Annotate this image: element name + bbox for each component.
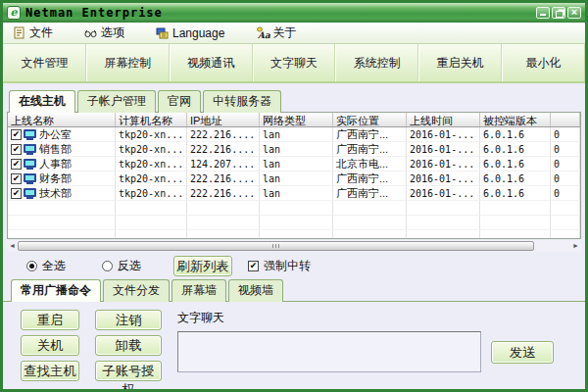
- shutdown-button[interactable]: 关机: [21, 335, 79, 356]
- main-toolbar: 文件管理 屏幕控制 视频通讯 文字聊天 系统控制 重启关机 最小化: [3, 44, 585, 83]
- command-buttons: 重启 注销 关机 卸载 查找主机 子账号授权: [21, 310, 162, 389]
- network-type: lan: [260, 142, 333, 157]
- scrollbar-thumb[interactable]: [18, 241, 534, 251]
- about-aa-icon: Aa: [256, 26, 269, 39]
- network-type: lan: [260, 172, 333, 186]
- row-checkbox[interactable]: ✔: [11, 188, 22, 199]
- online-time: 2016-01-...: [407, 127, 480, 142]
- table-header: 上线名称 计算机名称 IP地址 网络类型 实际位置 上线时间 被控端版本: [8, 113, 580, 127]
- text-chat-section: 文字聊天 发送: [177, 310, 554, 389]
- col-network-type[interactable]: 网络类型: [260, 113, 333, 126]
- menu-options[interactable]: 选项: [84, 24, 124, 41]
- uninstall-button[interactable]: 卸载: [95, 335, 162, 356]
- logoff-button[interactable]: 注销: [95, 310, 162, 330]
- network-type: lan: [260, 186, 333, 201]
- toolbar-minimize[interactable]: 最小化: [502, 44, 585, 81]
- computer-name: tkp20-xn...: [116, 186, 187, 201]
- table-row[interactable]: ✔销售部 tkp20-xn... 222.216.... lan 广西南宁...…: [8, 142, 580, 157]
- select-all-radio[interactable]: [26, 261, 37, 271]
- content-area: 在线主机 子帐户管理 官网 中转服务器 上线名称 计算机名称 IP地址 网络类型…: [3, 83, 585, 389]
- col-online-name[interactable]: 上线名称: [8, 113, 116, 126]
- host-name: 人事部: [39, 157, 72, 172]
- refresh-list-button[interactable]: 刷新列表: [173, 256, 232, 276]
- row-checkbox[interactable]: ✔: [11, 159, 22, 170]
- toolbar-screen-control[interactable]: 屏幕控制: [86, 44, 170, 81]
- file-note-icon: [13, 26, 25, 39]
- online-time: 2016-01-...: [407, 186, 480, 201]
- window-controls: [536, 7, 581, 19]
- row-checkbox[interactable]: ✔: [11, 129, 22, 140]
- svg-text:Aa: Aa: [257, 30, 270, 39]
- minimize-button[interactable]: [536, 7, 550, 19]
- row-checkbox[interactable]: ✔: [11, 144, 22, 155]
- computer-name: tkp20-xn...: [116, 142, 187, 157]
- row-checkbox[interactable]: ✔: [11, 173, 22, 184]
- host-name: 办公室: [39, 127, 72, 142]
- force-relay-checkbox[interactable]: ✔: [248, 261, 259, 271]
- menu-language-label: Language: [172, 26, 224, 40]
- menubar: 文件 选项 Language Aa 关于: [3, 23, 585, 44]
- network-type: lan: [260, 157, 333, 172]
- menu-about[interactable]: Aa 关于: [256, 24, 296, 41]
- scroll-right-icon[interactable]: ►: [570, 240, 581, 252]
- send-button[interactable]: 发送: [491, 341, 554, 364]
- ip-address: 222.216....: [187, 142, 260, 157]
- tab-online-hosts[interactable]: 在线主机: [9, 90, 75, 113]
- tab-official-site[interactable]: 官网: [158, 90, 201, 113]
- menu-language[interactable]: Language: [156, 26, 224, 40]
- col-online-time[interactable]: 上线时间: [407, 113, 480, 126]
- computer-icon: [24, 173, 36, 182]
- online-time: 2016-01-...: [407, 157, 480, 172]
- toolbar-text-chat[interactable]: 文字聊天: [253, 44, 336, 81]
- client-version: 6.0.1.6: [480, 172, 551, 186]
- table-row[interactable]: ✔财务部 tkp20-xn... 222.216.... lan 广西南宁...…: [8, 172, 580, 186]
- tab-subaccount-management[interactable]: 子帐户管理: [77, 90, 156, 113]
- computer-icon: [24, 188, 36, 197]
- chat-input[interactable]: [177, 331, 481, 372]
- toolbar-system-control[interactable]: 系统控制: [335, 44, 418, 81]
- toolbar-video-comm[interactable]: 视频通讯: [170, 44, 253, 81]
- subaccount-auth-button[interactable]: 子账号授权: [95, 361, 162, 381]
- empty-table-row: [8, 230, 580, 239]
- tab-video-wall[interactable]: 视频墙: [228, 279, 283, 302]
- computer-name: tkp20-xn...: [116, 157, 187, 172]
- host-name: 销售部: [39, 142, 72, 157]
- computer-name: tkp20-xn...: [116, 127, 187, 142]
- table-row[interactable]: ✔人事部 tkp20-xn... 124.207.... lan 北京市电...…: [8, 157, 580, 172]
- tab-screen-wall[interactable]: 屏幕墙: [172, 279, 226, 302]
- extra-value: 0: [551, 127, 580, 142]
- tab-broadcast-commands[interactable]: 常用广播命令: [11, 279, 101, 302]
- col-client-version[interactable]: 被控端版本: [480, 113, 551, 126]
- menu-file[interactable]: 文件: [13, 24, 53, 41]
- invert-selection-label: 反选: [118, 258, 141, 274]
- online-time: 2016-01-...: [407, 172, 480, 186]
- toolbar-file-management[interactable]: 文件管理: [3, 44, 86, 81]
- col-computer-name[interactable]: 计算机名称: [116, 113, 187, 126]
- tab-relay-server[interactable]: 中转服务器: [203, 90, 281, 113]
- invert-selection-radio[interactable]: [102, 261, 113, 271]
- empty-table-row: [8, 216, 580, 230]
- computer-icon: [24, 159, 36, 168]
- horizontal-scrollbar[interactable]: ◄ ►: [7, 240, 581, 252]
- extra-value: 0: [551, 172, 580, 186]
- scroll-left-icon[interactable]: ◄: [7, 240, 18, 252]
- table-row[interactable]: ✔办公室 tkp20-xn... 222.216.... lan 广西南宁...…: [8, 127, 580, 142]
- force-relay-label: 强制中转: [264, 258, 311, 274]
- extra-value: 0: [551, 157, 580, 172]
- app-window: e Netman Enterprise 文件 选项 Language: [0, 0, 588, 392]
- find-host-button[interactable]: 查找主机: [21, 361, 79, 381]
- host-name: 技术部: [39, 186, 72, 201]
- top-tab-strip: 在线主机 子帐户管理 官网 中转服务器: [9, 90, 585, 113]
- tab-file-distribution[interactable]: 文件分发: [103, 279, 170, 302]
- restart-button[interactable]: 重启: [21, 310, 79, 330]
- col-actual-location[interactable]: 实际位置: [333, 113, 407, 126]
- client-version: 6.0.1.6: [480, 127, 551, 142]
- toolbar-restart-shutdown[interactable]: 重启关机: [418, 44, 502, 81]
- restore-button[interactable]: [552, 7, 565, 19]
- table-row[interactable]: ✔技术部 tkp20-xn... 222.216.... lan 广西南宁...…: [8, 186, 580, 201]
- select-all-label: 全选: [42, 258, 66, 274]
- col-ip-address[interactable]: IP地址: [187, 113, 260, 126]
- client-version: 6.0.1.6: [480, 186, 551, 201]
- host-name: 财务部: [39, 172, 72, 186]
- close-button[interactable]: [567, 7, 581, 19]
